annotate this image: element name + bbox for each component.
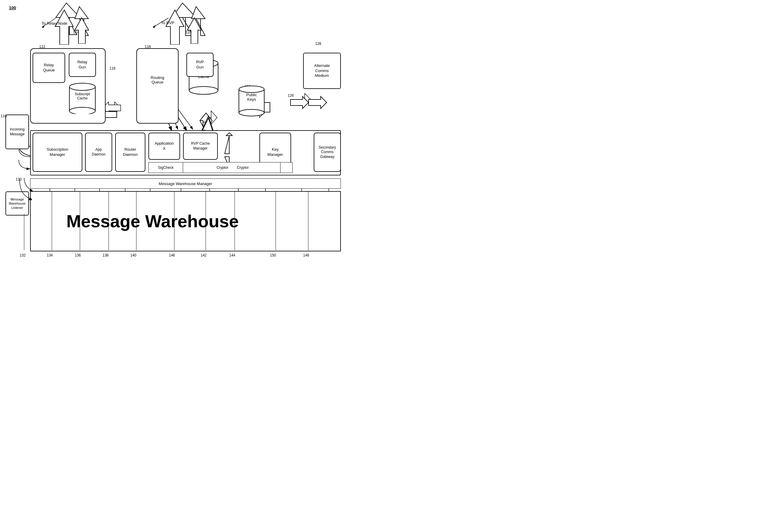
ref-126: 126: [288, 94, 294, 98]
mw-manager-bar: Message Warehouse Manager: [30, 178, 341, 189]
ref-116: 116: [109, 66, 116, 71]
ref-110-label: 110: [1, 114, 7, 118]
svg-marker-33: [152, 25, 156, 28]
rvp-cache-manager-box: RVP CacheManager: [183, 133, 218, 160]
mw-listener-arrow: [5, 178, 35, 202]
app-daemon-box: AppDaemon: [85, 133, 112, 172]
ref-114: 114: [73, 30, 79, 34]
incoming-message-box: IncomingMessage: [5, 115, 29, 149]
router-daemon-box: RouterDaemon: [115, 133, 145, 172]
svg-point-57: [239, 86, 264, 93]
rvp-gun-box: RVPGun: [187, 53, 214, 77]
secondary-comm-box: SecondaryCommsGateway: [314, 133, 341, 172]
relay-gun-box: RelayGun: [69, 53, 96, 77]
alternate-comms-box: AlternateCommsMedium: [303, 53, 341, 89]
to-relay-node-label: To Relay Node: [41, 21, 67, 26]
ref-120: 120: [186, 30, 192, 34]
relay-queue-box: RelayQueue: [32, 53, 65, 83]
alt-comms-arrows: [289, 95, 328, 110]
bottom-lines: [0, 190, 388, 256]
svg-marker-37: [200, 101, 212, 107]
ref-128: 128: [315, 41, 321, 46]
subscript-cache-label: SubscriptCache: [70, 92, 95, 101]
svg-point-51: [70, 83, 95, 91]
svg-marker-26: [55, 10, 73, 44]
application-x-box: ApplicationX: [148, 133, 180, 160]
svg-marker-36: [202, 101, 211, 106]
svg-point-58: [239, 109, 264, 116]
svg-marker-34: [291, 97, 309, 109]
to-rvp-label: To RVP: [161, 20, 174, 25]
svg-point-55: [189, 87, 218, 94]
diagram: 100: [0, 0, 388, 266]
svg-marker-59: [225, 133, 232, 154]
public-keys-label: PublicKeys: [239, 93, 264, 102]
svg-marker-71: [29, 197, 32, 200]
svg-marker-35: [309, 97, 327, 109]
routing-queue-label: RoutingQueue: [139, 75, 176, 85]
ref-100: 100: [9, 5, 16, 10]
cryptor-outer: Cryptor: [148, 162, 281, 173]
subscription-manager-box: SubscriptionManager: [32, 133, 82, 172]
routing-area-box: [136, 48, 179, 124]
svg-point-52: [70, 107, 95, 114]
